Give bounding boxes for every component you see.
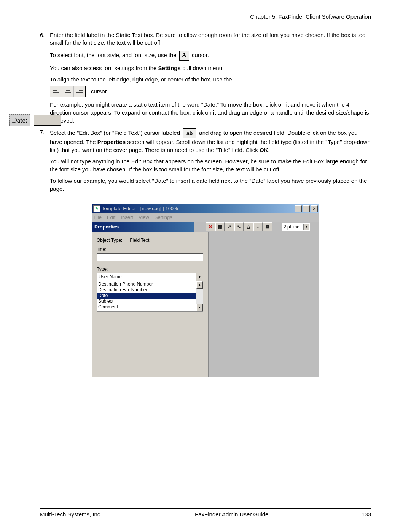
window-title: Template Editor - [new.cpg] | 100% [102, 206, 294, 211]
list-item[interactable]: Subject [97, 299, 196, 304]
footer-company: Multi-Tech Systems, Inc. [40, 511, 102, 518]
settings-bold: Settings [158, 65, 181, 71]
align-toolbar-icon [50, 86, 86, 97]
date-static-text-box[interactable]: Date: [9, 114, 30, 126]
print-tool-icon[interactable]: 🖶 [263, 222, 272, 231]
list-item[interactable]: Title [97, 310, 196, 311]
type-label: Type: [97, 267, 108, 272]
text-pre: Select the "Edit Box" (or "Field Text") … [50, 129, 182, 136]
properties-panel: Object Type: Field Text Title: Type: Use… [92, 232, 209, 377]
list-item[interactable]: Comment [97, 304, 196, 310]
menu-insert[interactable]: Insert [121, 214, 133, 220]
header-rule [40, 22, 371, 22]
close-button[interactable]: × [311, 205, 318, 212]
object-type-value: Field Text [130, 238, 149, 243]
title-input[interactable] [97, 253, 203, 261]
select-tool-icon[interactable]: ▫ [253, 222, 263, 231]
type-combobox[interactable]: User Name ▼ [97, 273, 203, 281]
titlebar: ✎ Template Editor - [new.cpg] | 100% _ □… [92, 204, 319, 213]
scrollbar[interactable]: ▲ ▼ [196, 281, 203, 311]
zoom-in-tool-icon[interactable]: ⤢ [225, 222, 234, 231]
workspace: Object Type: Field Text Title: Type: Use… [92, 232, 319, 377]
step-7-text-b: You will not type anything in the Edit B… [50, 158, 371, 173]
menubar: File Edit Insert View Settings [92, 213, 319, 222]
text-post: cursor. [192, 51, 209, 58]
step-6-align-line: To align the text to the left edge, righ… [50, 76, 371, 97]
footer-doc-title: FaxFinder Admin User Guide [195, 511, 268, 518]
ok-bold: OK [260, 147, 268, 153]
font-tool-icon[interactable]: A [244, 222, 253, 231]
line-width-select[interactable]: 2 pt line ▼ [282, 223, 310, 231]
canvas-sample: Date: [9, 114, 61, 126]
line-width-value: 2 pt line [284, 224, 299, 230]
text-pre: You can also access font settings from t… [50, 65, 158, 71]
zoom-out-tool-icon[interactable]: ⤡ [234, 222, 244, 231]
text-post: pull down menu. [181, 65, 224, 71]
type-combobox-value: User Name [99, 274, 122, 280]
type-listbox[interactable]: Destination Phone Number Destination Fax… [97, 281, 203, 312]
step-6: 6. Enter the field label in the Static T… [40, 31, 371, 47]
step-7: 7. Select the "Edit Box" (or "Field Text… [40, 128, 371, 154]
chevron-down-icon: ▼ [196, 273, 203, 281]
app-icon: ✎ [93, 205, 100, 212]
delete-tool-icon[interactable]: ✕ [206, 222, 215, 231]
list-item-selected[interactable]: Date [97, 293, 196, 299]
object-type-row: Object Type: Field Text [97, 238, 203, 243]
object-type-label: Object Type: [97, 238, 122, 243]
properties-panel-title: Properties [92, 224, 206, 230]
page-footer: Multi-Tech Systems, Inc. FaxFinder Admin… [40, 511, 371, 518]
step-6-example: For example, you might create a static t… [50, 101, 371, 125]
editbox-cursor-icon: ab [183, 128, 196, 138]
menu-edit[interactable]: Edit [107, 214, 115, 220]
step-7-text-a: Select the "Edit Box" (or "Field Text") … [50, 128, 371, 154]
date-field-box[interactable] [34, 115, 61, 126]
step-6-text-a: Enter the field label in the Static Text… [50, 31, 371, 47]
maximize-button[interactable]: □ [303, 205, 310, 212]
title-row: Title: [97, 247, 203, 261]
cursor-word: cursor. [91, 88, 108, 96]
footer-page-number: 133 [362, 511, 371, 518]
canvas-area[interactable] [209, 232, 319, 377]
template-editor-window: ✎ Template Editor - [new.cpg] | 100% _ □… [92, 204, 319, 377]
menu-view[interactable]: View [139, 214, 149, 220]
scroll-up-icon[interactable]: ▲ [196, 281, 203, 289]
step-6-font-cursor-line: To select font, the font style, and font… [50, 51, 371, 61]
step-number: 7. [40, 128, 50, 154]
properties-bold: Properties [97, 139, 126, 145]
chevron-down-icon: ▼ [303, 224, 309, 230]
align-right-icon [74, 86, 85, 97]
scroll-thumb[interactable] [196, 289, 203, 304]
menu-file[interactable]: File [94, 214, 102, 220]
menu-settings[interactable]: Settings [155, 214, 172, 220]
list-item[interactable]: Destination Phone Number [97, 281, 196, 287]
step-7-text-c: To follow our example, you would select … [50, 177, 371, 193]
list-item[interactable]: Destination Fax Number [97, 287, 196, 293]
align-center-icon [62, 86, 74, 97]
footer-rule [40, 508, 371, 509]
font-cursor-icon: A [179, 51, 189, 61]
title-label: Title: [97, 247, 107, 252]
text-end: . [268, 147, 269, 153]
align-intro: To align the text to the left edge, righ… [50, 76, 232, 83]
grid-tool-icon[interactable]: ▦ [215, 222, 225, 231]
step-6-settings-line: You can also access font settings from t… [50, 64, 371, 72]
scroll-down-icon[interactable]: ▼ [196, 304, 203, 311]
chapter-heading: Chapter 5: FaxFinder Client Software Ope… [40, 13, 371, 22]
text-pre: To select font, the font style, and font… [50, 51, 178, 58]
align-left-icon [50, 86, 62, 97]
toolbar: Properties ✕ ▦ ⤢ ⤡ A ▫ 🖶 2 pt line ▼ [92, 222, 319, 232]
step-number: 6. [40, 31, 50, 47]
minimize-button[interactable]: _ [295, 205, 302, 212]
type-row: Type: User Name ▼ Destination Phone Numb… [97, 267, 203, 312]
